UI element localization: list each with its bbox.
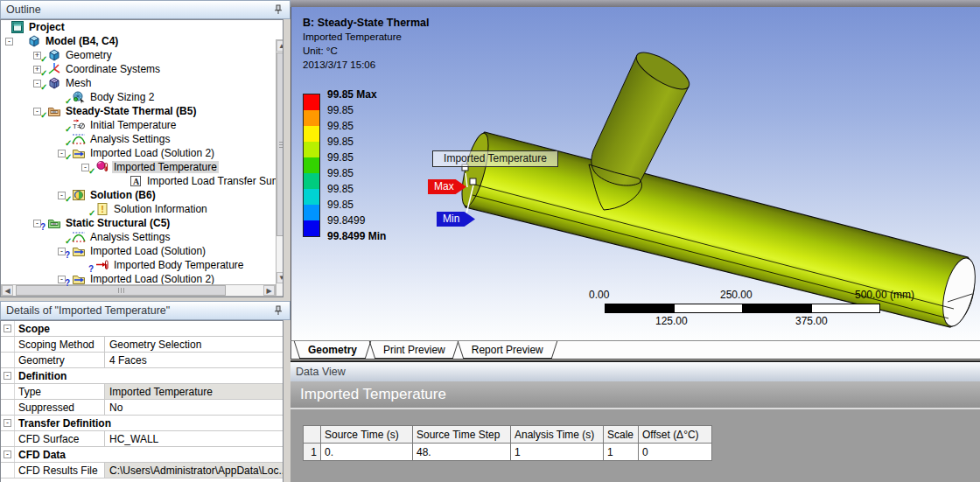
tree-item-mesh[interactable]: - ✓ Mesh [1, 76, 283, 90]
details-row: Geometry 4 Faces [1, 353, 283, 368]
tree-item-imported-load-c[interactable]: - ? Imported Load (Solution) [1, 244, 283, 258]
legend-band [304, 220, 319, 236]
tree-item-imported-load-b[interactable]: - ✓ Imported Load (Solution 2) [1, 146, 283, 160]
collapse-icon: - [4, 451, 11, 458]
cell-source-time[interactable]: 0. [321, 444, 413, 461]
question-badge: ? [65, 250, 70, 260]
tree-item-coordinate-systems[interactable]: + ✓ Coordinate Systems [1, 62, 283, 76]
check-badge: ✓ [65, 194, 72, 204]
tree-item-solution[interactable]: - ✓ Solution (B6) [1, 188, 283, 202]
imported-temperature-icon [95, 160, 109, 174]
project-icon [10, 20, 24, 34]
ruler-label-250: 250.00 [720, 289, 752, 301]
cell-scale[interactable]: 1 [604, 444, 639, 461]
check-badge: ✓ [40, 82, 47, 92]
imported-load-icon [72, 244, 86, 258]
check-badge: ✓ [40, 68, 47, 78]
ansys-mechanical-window: Outline Project - Model (B4, C4) + ✓ Geo… [0, 0, 980, 482]
tree-item-body-sizing[interactable]: ✓ Body Sizing 2 [1, 90, 283, 104]
body-sizing-icon [72, 90, 86, 104]
model-icon [27, 34, 41, 48]
tree-item-solution-information[interactable]: ✓! Solution Information [1, 202, 283, 216]
data-view-title: Data View [296, 366, 346, 378]
pin-button[interactable] [272, 304, 284, 317]
tree-item-model[interactable]: - Model (B4, C4) [1, 34, 283, 48]
legend-label: 99.85 [327, 135, 354, 149]
structural-folder-icon [47, 216, 61, 230]
initial-temperature-icon: T= [72, 118, 86, 132]
corner-cell [304, 426, 321, 444]
scrollbar-thumb[interactable] [16, 285, 226, 296]
tree-item-imported-load-transfer-summary[interactable]: A Imported Load Transfer Summary [1, 174, 283, 188]
scale-ruler [605, 304, 880, 313]
cell-source-time-step[interactable]: 48. [413, 444, 511, 461]
check-badge: ✓ [65, 152, 72, 162]
tree-item-static-structural[interactable]: - ? Static Structural (C5) [1, 216, 283, 230]
solution-information-icon: ! [95, 202, 109, 216]
detail-value[interactable]: 4 Faces [105, 353, 283, 367]
outline-panel: Outline Project - Model (B4, C4) + ✓ Geo… [0, 0, 290, 297]
row-number: 1 [304, 444, 321, 461]
detail-label: CFD Surface [15, 431, 105, 446]
legend-label-max: 99.85 Max [327, 87, 377, 101]
mesh-icon [47, 76, 61, 90]
details-row: Suppressed No [1, 400, 283, 416]
details-section-cfd-data[interactable]: - CFD Data [1, 447, 283, 463]
tree-item-steady-state-thermal[interactable]: - ✓ Steady-State Thermal (B5) [1, 104, 283, 118]
outline-titlebar: Outline [0, 0, 290, 19]
question-badge: ? [88, 264, 94, 274]
legend-band [304, 205, 319, 220]
details-grid: - Scope Scoping Method Geometry Selectio… [0, 320, 284, 482]
tree-item-imported-temperature[interactable]: - ✓ Imported Temperature [1, 160, 283, 174]
legend-label: 99.85 [327, 198, 354, 212]
tree-item-initial-temperature[interactable]: ✓T= Initial Temperature [1, 118, 283, 132]
detail-value[interactable]: Geometry Selection [105, 337, 283, 352]
pin-button[interactable] [272, 3, 284, 16]
column-header: Offset (Δ°C) [639, 426, 712, 444]
outline-horizontal-scrollbar[interactable]: ◀ ▶ [1, 284, 276, 297]
graphics-viewport[interactable]: B: Steady-State Thermal Imported Tempera… [290, 7, 980, 340]
tree-item-analysis-settings-thermal[interactable]: ✓ Analysis Settings [1, 132, 283, 146]
detail-label: Type [15, 384, 105, 399]
check-badge: ✓ [88, 208, 95, 218]
tab-geometry[interactable]: Geometry [295, 341, 370, 359]
expander-icon[interactable]: - [5, 38, 13, 45]
solution-icon [72, 188, 86, 202]
ruler-label-125: 125.00 [655, 315, 688, 327]
details-section-definition[interactable]: - Definition [1, 368, 283, 384]
toolbar-edge-strip [290, 0, 980, 7]
check-badge: ✓ [88, 166, 95, 176]
legend-band [304, 94, 319, 110]
ruler-label-0: 0.00 [589, 289, 609, 301]
outline-vertical-scrollbar[interactable]: ▲ ▼ [276, 39, 284, 297]
tree-item-geometry[interactable]: + ✓ Geometry [1, 48, 283, 62]
details-panel: Details of "Imported Temperature" - Scop… [0, 301, 290, 482]
detail-label: Suppressed [15, 400, 105, 415]
tree-item-project[interactable]: Project [1, 20, 283, 34]
tab-report-preview[interactable]: Report Preview [458, 341, 556, 359]
detail-value: C:\Users\Administrator\AppData\Loc... [105, 463, 283, 478]
cell-analysis-time[interactable]: 1 [511, 444, 604, 461]
tree-item-analysis-settings-structural[interactable]: ✓ Analysis Settings [1, 230, 283, 244]
scrollbar-thumb[interactable] [276, 52, 284, 236]
column-header: Source Time Step [413, 426, 511, 444]
cell-offset[interactable]: 0 [639, 444, 712, 461]
probe-annotation-label[interactable]: Imported Temperature [432, 150, 558, 167]
thermal-folder-icon [47, 104, 61, 118]
scroll-left-button[interactable]: ◀ [2, 285, 13, 296]
detail-value[interactable]: HC_WALL [105, 431, 283, 446]
scroll-up-button[interactable]: ▲ [276, 40, 284, 52]
tree-item-imported-body-temperature[interactable]: ? Imported Body Temperature [1, 258, 283, 272]
tab-print-preview[interactable]: Print Preview [370, 341, 458, 359]
table-row: 1 0. 48. 1 1 0 [304, 444, 712, 461]
data-view-panel: Imported Temperature Source Time (s) Sou… [290, 381, 980, 482]
scroll-right-button[interactable]: ▶ [263, 285, 275, 296]
legend-band [304, 110, 319, 126]
details-section-transfer-definition[interactable]: - Transfer Definition [1, 416, 283, 431]
coordinate-systems-icon [47, 62, 61, 76]
scroll-down-button[interactable]: ▼ [276, 272, 284, 283]
collapse-icon: - [4, 419, 11, 427]
legend-band [304, 189, 319, 205]
detail-value[interactable]: No [105, 400, 283, 415]
details-section-scope[interactable]: - Scope [1, 321, 283, 337]
